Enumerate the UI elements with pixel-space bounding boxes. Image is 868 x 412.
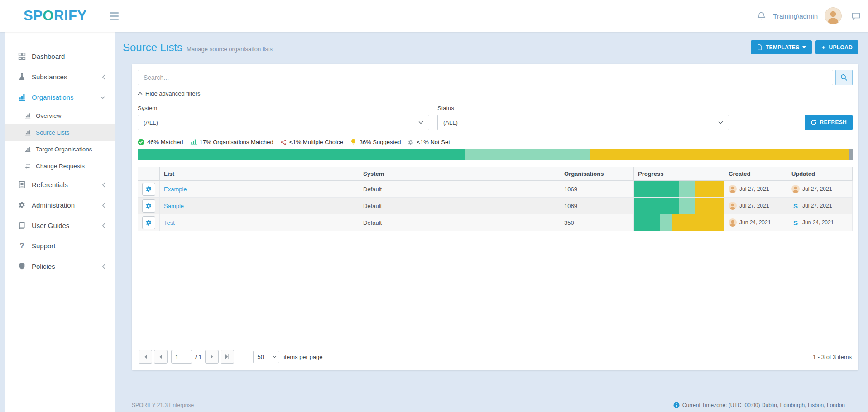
chevron-left-icon: [102, 74, 106, 80]
page-size-select[interactable]: 50: [253, 351, 279, 363]
seek-last-icon: [225, 354, 230, 359]
sidebar-toggle-icon[interactable]: [108, 10, 120, 22]
search-button[interactable]: [835, 70, 853, 85]
list-name-link[interactable]: Test: [164, 219, 175, 226]
notifications-bell-icon[interactable]: [757, 11, 766, 21]
created-cell: SJul 27, 2021: [729, 185, 783, 193]
column-menu-icon[interactable]: [148, 173, 152, 175]
sidebar-item-policies[interactable]: Policies: [5, 256, 115, 276]
column-menu-icon[interactable]: [781, 173, 785, 175]
sidebar-item-referentials[interactable]: Referentials: [5, 174, 115, 195]
page-number-input[interactable]: [171, 350, 192, 364]
upload-button[interactable]: + UPLOAD: [815, 40, 858, 54]
legend-not-set: <1% Not Set: [408, 139, 450, 145]
sidebar-subitem-source-lists[interactable]: Source Lists: [5, 124, 115, 141]
sidebar-item-organisations[interactable]: Organisations: [5, 87, 115, 107]
bar-chart-icon: [190, 139, 197, 145]
column-menu-icon[interactable]: [718, 173, 722, 175]
progress-segment-not-set: [849, 149, 853, 160]
updated-date: Jul 27, 2021: [802, 203, 832, 209]
column-menu-icon[interactable]: [352, 173, 357, 175]
chevron-down-icon: [100, 96, 106, 99]
templates-button[interactable]: TEMPLATES: [751, 40, 812, 54]
row-settings-button[interactable]: [142, 216, 155, 229]
chevron-left-icon: [102, 203, 106, 208]
status-filter-label: Status: [437, 105, 729, 111]
sidebar-item-administration[interactable]: Administration: [5, 195, 115, 215]
legend-organisations-matched-label: 17% Organisations Matched: [200, 139, 273, 145]
row-settings-button[interactable]: [142, 183, 155, 196]
system-filter-group: System (ALL): [138, 105, 429, 130]
row-settings-button[interactable]: [142, 199, 155, 213]
hide-advanced-filters-toggle[interactable]: Hide advanced filters: [138, 90, 200, 97]
created-cell: SJul 27, 2021: [729, 202, 783, 210]
sidebar-subitem-change-requests[interactable]: Change Requests: [5, 158, 115, 174]
progress-segment-organisations-matched: [679, 181, 695, 197]
sidebar-item-label: Substances: [32, 73, 67, 81]
gear-icon: [145, 203, 152, 209]
bar-chart-icon: [25, 130, 31, 136]
table-header-row: List System Organisations Progress Creat…: [138, 167, 853, 181]
organisations-count: 1069: [564, 186, 577, 193]
bar-chart-icon: [25, 113, 31, 119]
user-avatar-icon: [791, 185, 800, 193]
legend-multiple-choice: <1% Multiple Choice: [280, 139, 343, 145]
page-footer: SPORIFY 21.3 Enterprise Current Timezone…: [132, 398, 858, 412]
chat-icon[interactable]: [851, 11, 861, 21]
current-user-label[interactable]: Training\admin: [773, 12, 818, 20]
column-header-updated[interactable]: Updated: [787, 167, 853, 181]
items-per-page-label: items per page: [283, 354, 322, 360]
lightbulb-icon: [350, 139, 357, 145]
search-input[interactable]: [138, 70, 833, 85]
legend-suggested-label: 36% Suggested: [360, 139, 401, 145]
dashboard-grid-icon: [18, 53, 26, 60]
column-header-actions: [138, 167, 160, 181]
progress-legend: 46% Matched 17% Organisations Matched <1…: [138, 139, 853, 145]
user-avatar[interactable]: [825, 7, 842, 24]
pagination-bar: / 1 50 items per page 1 - 3 of 3 items: [138, 347, 853, 364]
plus-icon: +: [821, 44, 825, 51]
system-filter-dropdown[interactable]: (ALL): [138, 115, 429, 130]
next-page-button[interactable]: [205, 350, 219, 364]
column-menu-icon[interactable]: [627, 173, 632, 175]
sidebar-subitem-overview[interactable]: Overview: [5, 107, 115, 124]
items-range-label: 1 - 3 of 3 items: [813, 354, 852, 360]
column-header-organisations[interactable]: Organisations: [560, 167, 634, 181]
info-circle-icon: [673, 402, 680, 408]
sidebar-item-dashboard[interactable]: Dashboard: [5, 46, 115, 67]
sporify-logo[interactable]: SPORIFY: [24, 8, 87, 24]
refresh-button-label: REFRESH: [820, 119, 847, 126]
progress-segment-suggested: [695, 198, 724, 214]
refresh-button[interactable]: REFRESH: [805, 115, 853, 130]
status-filter-dropdown[interactable]: (ALL): [437, 115, 729, 130]
user-avatar-icon: [729, 202, 737, 210]
sidebar-menu: Dashboard Substances Organisations Overv…: [5, 32, 115, 276]
list-name-link[interactable]: Sample: [164, 203, 184, 209]
column-header-created[interactable]: Created: [724, 167, 787, 181]
column-header-system[interactable]: System: [359, 167, 560, 181]
legend-not-set-label: <1% Not Set: [417, 139, 450, 145]
sidebar-item-user-guides[interactable]: User Guides: [5, 215, 115, 236]
legend-matched-label: 46% Matched: [147, 139, 183, 145]
updated-cell: SJul 27, 2021: [791, 185, 848, 193]
sporify-icon: S: [791, 219, 800, 227]
previous-page-button[interactable]: [154, 350, 168, 364]
column-menu-icon[interactable]: [553, 173, 558, 175]
system-filter-value: (ALL): [144, 119, 158, 126]
row-progress-bar: [634, 198, 724, 214]
topbar-right-cluster: Training\admin: [757, 7, 861, 24]
column-menu-icon[interactable]: [846, 173, 850, 175]
sidebar-item-support[interactable]: ? Support: [5, 236, 115, 256]
grid-empty-area: [138, 231, 853, 347]
column-header-list[interactable]: List: [160, 167, 359, 181]
sidebar-subitem-target-organisations[interactable]: Target Organisations: [5, 141, 115, 158]
progress-segment-matched: [634, 181, 679, 197]
sidebar-item-substances[interactable]: Substances: [5, 67, 115, 87]
first-page-button[interactable]: [139, 350, 152, 364]
progress-segment-matched: [634, 198, 679, 214]
list-name-link[interactable]: Example: [164, 186, 187, 193]
last-page-button[interactable]: [221, 350, 234, 364]
page-subtitle: Manage source organisation lists: [187, 46, 273, 53]
sidebar-item-label: Dashboard: [32, 53, 65, 60]
column-header-progress[interactable]: Progress: [634, 167, 724, 181]
